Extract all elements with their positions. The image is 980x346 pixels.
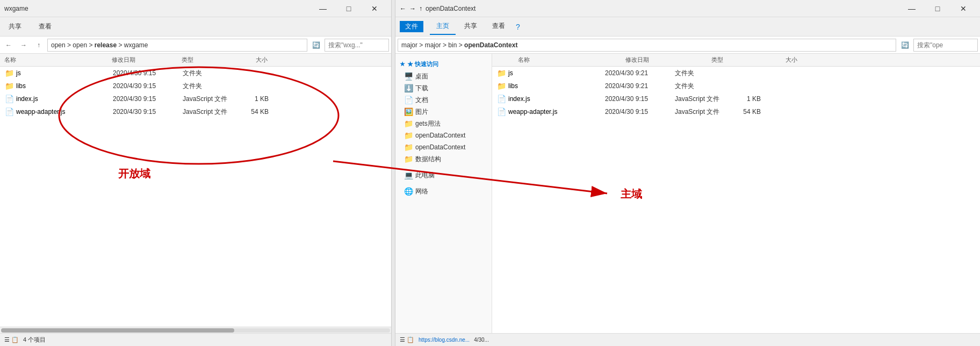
sidebar-item-datastructure[interactable]: 📁 数据结构	[395, 153, 492, 165]
ribbon-tab-home-right[interactable]: 主页	[430, 18, 456, 35]
left-address-bar: ← → ↑ open > open > release > wxgame 🔄	[0, 37, 391, 54]
ribbon-file-button[interactable]: 文件	[400, 21, 423, 32]
file-row-js-right[interactable]: 📁 js 2020/4/30 9:21 文件夹	[492, 67, 980, 80]
file-date-libs-right: 2020/4/30 9:21	[605, 82, 675, 90]
sidebar-item-odc2[interactable]: 📁 openDataContext	[395, 141, 492, 153]
right-address-bar: major > major > bin > openDataContext 🔄	[395, 37, 980, 54]
file-type-indexjs-right: JavaScript 文件	[675, 95, 729, 104]
folder-odc1-icon: 📁	[404, 131, 413, 140]
file-row-weapp-right[interactable]: 📄 weapp-adapter.js 2020/4/30 9:15 JavaSc…	[492, 105, 980, 118]
star-icon: ★	[400, 61, 405, 68]
file-size-weapp-left: 54 KB	[236, 108, 269, 116]
file-row-indexjs-left[interactable]: 📄 index.js 2020/4/30 9:15 JavaScript 文件 …	[0, 92, 391, 105]
sidebar-item-network[interactable]: 🌐 网络	[395, 185, 492, 197]
right-nav-forward[interactable]: →	[409, 5, 416, 12]
file-type-js-right: 文件夹	[675, 69, 729, 78]
sidebar-label-odc1: openDataContext	[415, 132, 465, 139]
right-view-icons: ☰ 📋	[400, 336, 414, 343]
back-button-left[interactable]: ←	[2, 39, 15, 52]
search-input-right[interactable]	[913, 39, 978, 52]
search-input-left[interactable]	[325, 39, 389, 52]
left-scrollbar[interactable]	[0, 327, 391, 333]
file-row-weapp-left[interactable]: 📄 weapp-adapter.js 2020/4/30 9:15 JavaSc…	[0, 105, 391, 118]
col-date-right: 修改日期	[625, 56, 711, 64]
sidebar-item-pictures[interactable]: 🖼️ 图片	[395, 106, 492, 118]
desktop-icon: 🖥️	[404, 72, 413, 81]
folder-gets-icon: 📁	[404, 119, 413, 128]
right-close-button[interactable]: ✕	[951, 0, 976, 17]
sidebar-item-downloads[interactable]: ⬇️ 下载	[395, 82, 492, 94]
folder-icon-libs-right: 📁	[496, 81, 506, 91]
sidebar-item-documents[interactable]: 📄 文档	[395, 94, 492, 106]
refresh-button-right[interactable]: 🔄	[898, 39, 911, 52]
folder-icon-js-left: 📁	[4, 68, 14, 78]
ribbon-tab-share-left[interactable]: 共享	[4, 20, 26, 33]
sidebar-label-pc: 此电脑	[415, 171, 435, 180]
file-size-indexjs-left: 1 KB	[236, 95, 269, 103]
file-type-indexjs-left: JavaScript 文件	[183, 95, 236, 104]
file-type-js-left: 文件夹	[183, 69, 236, 78]
left-title-bar: wxgame — □ ✕	[0, 0, 391, 17]
right-window-title: openDataContext	[426, 5, 899, 12]
right-minimize-button[interactable]: —	[899, 0, 924, 17]
file-date-indexjs-left: 2020/4/30 9:15	[113, 95, 183, 103]
address-path-left[interactable]: open > open > release > wxgame	[47, 39, 307, 52]
file-row-libs-left[interactable]: 📁 libs 2020/4/30 9:15 文件夹	[0, 80, 391, 92]
right-title-bar: ← → ↑ openDataContext — □ ✕	[395, 0, 980, 17]
folder-icon-libs-left: 📁	[4, 81, 14, 91]
pc-icon: 💻	[404, 171, 413, 179]
sidebar-item-pc[interactable]: 💻 此电脑	[395, 169, 492, 181]
sidebar-label-odc2: openDataContext	[415, 143, 465, 151]
right-maximize-button[interactable]: □	[925, 0, 950, 17]
right-col-header: 名称 修改日期 类型 大小	[492, 54, 980, 67]
right-sidebar: ★ ★ 快速访问 🖥️ 桌面 ⬇️ 下载 📄 文档	[395, 54, 492, 333]
help-icon[interactable]: ?	[516, 23, 520, 31]
ribbon-tab-share-right[interactable]: 共享	[458, 18, 484, 35]
forward-button-left[interactable]: →	[17, 39, 30, 52]
file-date-js-right: 2020/4/30 9:21	[605, 69, 675, 77]
file-name-indexjs-right: index.js	[508, 95, 605, 103]
file-type-libs-right: 文件夹	[675, 82, 729, 91]
file-row-js-left[interactable]: 📁 js 2020/4/30 9:15 文件夹	[0, 67, 391, 80]
file-size-weapp-right: 54 KB	[729, 108, 761, 116]
col-type-right: 类型	[711, 56, 765, 64]
left-status-bar: ☰ 📋 4 个项目	[0, 333, 391, 346]
ribbon-tab-view-left[interactable]: 查看	[34, 20, 56, 33]
right-status-bar: ☰ 📋 https://blog.csdn.ne... 4/30...	[395, 333, 980, 346]
sidebar-item-desktop[interactable]: 🖥️ 桌面	[395, 70, 492, 82]
file-row-indexjs-right[interactable]: 📄 index.js 2020/4/30 9:15 JavaScript 文件 …	[492, 92, 980, 105]
right-nav-up[interactable]: ↑	[419, 5, 422, 12]
right-win-controls: — □ ✕	[899, 0, 976, 17]
downloads-icon: ⬇️	[404, 84, 413, 92]
sidebar-item-odc1[interactable]: 📁 openDataContext	[395, 129, 492, 141]
js-icon-index-left: 📄	[4, 94, 14, 104]
ribbon-tab-view-right[interactable]: 查看	[486, 18, 511, 35]
sidebar-quick-access[interactable]: ★ ★ 快速访问	[395, 58, 492, 70]
window-divider	[391, 0, 395, 346]
left-win-controls: — □ ✕	[311, 0, 387, 17]
maximize-button[interactable]: □	[336, 0, 361, 17]
minimize-button[interactable]: —	[311, 0, 335, 17]
col-name-right: 名称	[518, 56, 625, 64]
left-view-icons: ☰ 📋	[4, 336, 19, 343]
file-date-indexjs-right: 2020/4/30 9:15	[605, 95, 675, 103]
right-status-extra: 4/30...	[474, 337, 489, 343]
js-icon-weapp-left: 📄	[4, 107, 14, 117]
right-explorer-content: ★ ★ 快速访问 🖥️ 桌面 ⬇️ 下载 📄 文档	[395, 54, 980, 333]
folder-odc2-icon: 📁	[404, 143, 413, 152]
file-name-js-left: js	[16, 69, 113, 77]
file-date-weapp-left: 2020/4/30 9:15	[113, 108, 183, 116]
right-nav-back[interactable]: ←	[400, 5, 406, 12]
sidebar-item-gets[interactable]: 📁 gets用法	[395, 118, 492, 129]
file-row-libs-right[interactable]: 📁 libs 2020/4/30 9:21 文件夹	[492, 80, 980, 92]
sidebar-label-network: 网络	[415, 187, 428, 196]
sidebar-label-desktop: 桌面	[415, 72, 428, 81]
address-path-right[interactable]: major > major > bin > openDataContext	[398, 39, 896, 52]
refresh-button-left[interactable]: 🔄	[309, 39, 322, 52]
left-ribbon: 共享 查看	[0, 17, 391, 37]
right-file-list: 📁 js 2020/4/30 9:21 文件夹 📁 libs 2020/4/30…	[492, 67, 980, 333]
quick-access-label: ★ 快速访问	[407, 60, 438, 68]
up-button-left[interactable]: ↑	[32, 39, 45, 52]
close-button[interactable]: ✕	[362, 0, 387, 17]
col-date-left: 修改日期	[112, 56, 182, 64]
